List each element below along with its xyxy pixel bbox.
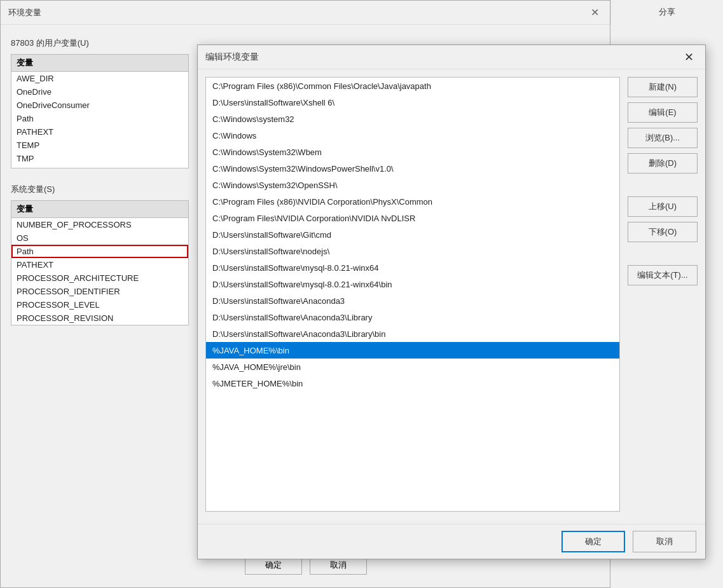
list-item[interactable]: PATHEXT: [11, 258, 188, 271]
edit-dialog-title-bar: 编辑环境变量 ✕: [198, 45, 705, 69]
list-item[interactable]: D:\Users\installSoftware\Xshell 6\: [206, 94, 619, 111]
list-item[interactable]: PROCESSOR_ARCHITECTURE: [11, 271, 188, 285]
system-vars-header: 变量: [11, 201, 188, 218]
list-item-java-home-bin[interactable]: %JAVA_HOME%\bin: [206, 342, 619, 359]
list-item[interactable]: C:\Windows\System32\Wbem: [206, 144, 619, 160]
up-button[interactable]: 上移(U): [628, 196, 698, 217]
list-item[interactable]: PROCESSOR_REVISION: [11, 311, 188, 325]
browse-button[interactable]: 浏览(B)...: [628, 128, 698, 148]
list-item[interactable]: C:\Windows\System32\WindowsPowerShell\v1…: [206, 160, 619, 177]
new-button[interactable]: 新建(N): [628, 77, 698, 97]
list-item[interactable]: D:\Users\installSoftware\mysql-8.0.21-wi…: [206, 276, 619, 292]
env-close-button[interactable]: ✕: [587, 5, 602, 20]
list-item[interactable]: TMP: [11, 152, 188, 165]
edit-dialog-title: 编辑环境变量: [205, 51, 680, 63]
delete-button[interactable]: 删除(D): [628, 153, 698, 174]
path-list[interactable]: C:\Program Files (x86)\Common Files\Orac…: [205, 77, 620, 512]
list-item[interactable]: C:\Windows\System32\OpenSSH\: [206, 177, 619, 193]
list-item[interactable]: TEMP: [11, 139, 188, 152]
list-item[interactable]: D:\Users\installSoftware\Anaconda3\Libra…: [206, 325, 619, 342]
edit-dialog: 编辑环境变量 ✕ C:\Program Files (x86)\Common F…: [197, 44, 706, 559]
list-item[interactable]: D:\Users\installSoftware\Git\cmd: [206, 226, 619, 243]
list-item[interactable]: C:\Windows\system32: [206, 111, 619, 127]
dialog-action-buttons: 新建(N) 编辑(E) 浏览(B)... 删除(D) 上移(U) 下移(O) 编…: [628, 77, 698, 512]
list-item[interactable]: %JMETER_HOME%\bin: [206, 375, 619, 392]
list-item[interactable]: D:\Users\installSoftware\mysql-8.0.21-wi…: [206, 259, 619, 276]
list-item[interactable]: Path: [11, 112, 188, 125]
list-item[interactable]: AWE_DIR: [11, 72, 188, 85]
edit-button[interactable]: 编辑(E): [628, 102, 698, 123]
list-item[interactable]: PROCESSOR_IDENTIFIER: [11, 285, 188, 298]
list-item[interactable]: NUMBER_OF_PROCESSORS: [11, 218, 188, 231]
share-button[interactable]: 分享: [610, 0, 723, 24]
edit-dialog-body: C:\Program Files (x86)\Common Files\Orac…: [198, 69, 705, 519]
list-item[interactable]: C:\Program Files (x86)\NVIDIA Corporatio…: [206, 193, 619, 210]
env-window-title: 环境变量: [8, 7, 587, 18]
list-item[interactable]: %JAVA_HOME%\jre\bin: [206, 359, 619, 375]
edit-dialog-close-button[interactable]: ✕: [680, 48, 698, 66]
down-button[interactable]: 下移(O): [628, 222, 698, 242]
list-item[interactable]: C:\Program Files\NVIDIA Corporation\NVID…: [206, 210, 619, 226]
list-item[interactable]: OneDriveConsumer: [11, 99, 188, 112]
list-item[interactable]: C:\Windows: [206, 127, 619, 144]
list-item[interactable]: D:\Users\installSoftware\Anaconda3\Libra…: [206, 309, 619, 325]
list-item[interactable]: OS: [11, 231, 188, 245]
edit-text-button[interactable]: 编辑文本(T)...: [628, 265, 698, 285]
list-item[interactable]: OneDrive: [11, 85, 188, 99]
list-item[interactable]: PROCESSOR_LEVEL: [11, 298, 188, 311]
list-item[interactable]: D:\Users\installSoftware\nodejs\: [206, 243, 619, 259]
env-title-bar: 环境变量 ✕: [1, 1, 610, 25]
dialog-footer: 确定 取消: [198, 524, 705, 559]
list-item[interactable]: D:\Users\installSoftware\Anaconda3: [206, 292, 619, 309]
list-item-path-system[interactable]: Path: [11, 245, 188, 258]
user-vars-table: 变量 AWE_DIR OneDrive OneDriveConsumer Pat…: [11, 54, 189, 168]
list-item[interactable]: PATHEXT: [11, 125, 188, 139]
system-vars-table: 变量 NUMBER_OF_PROCESSORS OS Path PATHEXT …: [11, 200, 189, 325]
user-vars-header: 变量: [11, 55, 188, 72]
dialog-cancel-button[interactable]: 取消: [633, 531, 696, 552]
list-item[interactable]: C:\Program Files (x86)\Common Files\Orac…: [206, 78, 619, 94]
dialog-ok-button[interactable]: 确定: [561, 531, 625, 552]
